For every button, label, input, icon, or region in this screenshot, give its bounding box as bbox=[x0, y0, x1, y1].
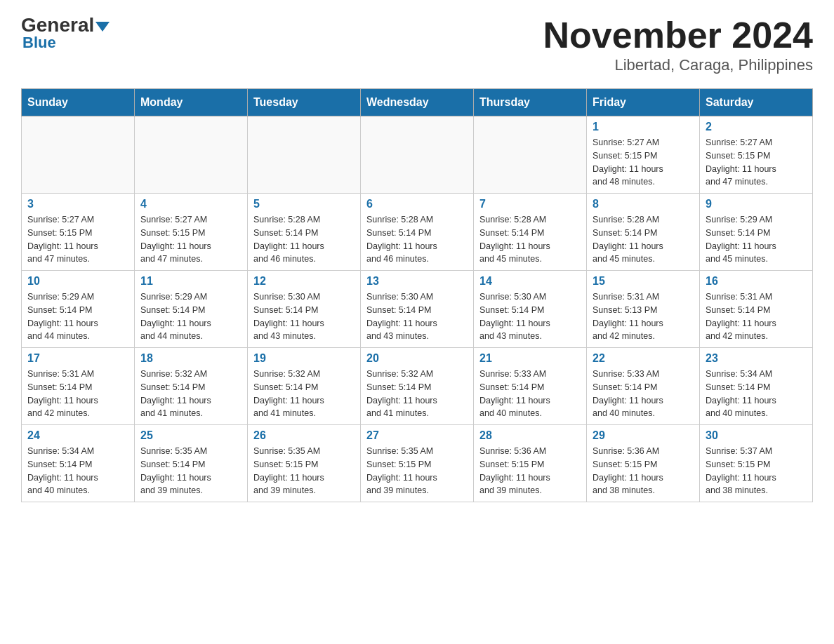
calendar-cell: 21Sunrise: 5:33 AMSunset: 5:14 PMDayligh… bbox=[474, 348, 587, 425]
day-number: 11 bbox=[140, 275, 241, 288]
day-number: 3 bbox=[27, 198, 128, 210]
day-info: Sunrise: 5:34 AMSunset: 5:14 PMDaylight:… bbox=[27, 445, 128, 497]
day-info: Sunrise: 5:35 AMSunset: 5:14 PMDaylight:… bbox=[140, 445, 241, 497]
calendar-cell: 19Sunrise: 5:32 AMSunset: 5:14 PMDayligh… bbox=[248, 348, 361, 425]
calendar-cell: 26Sunrise: 5:35 AMSunset: 5:15 PMDayligh… bbox=[248, 425, 361, 502]
calendar-cell: 22Sunrise: 5:33 AMSunset: 5:14 PMDayligh… bbox=[587, 348, 700, 425]
logo-arrow-icon bbox=[95, 22, 110, 32]
day-info: Sunrise: 5:37 AMSunset: 5:15 PMDaylight:… bbox=[706, 445, 807, 497]
day-info: Sunrise: 5:30 AMSunset: 5:14 PMDaylight:… bbox=[253, 290, 355, 343]
day-number: 7 bbox=[479, 198, 581, 210]
calendar-cell: 17Sunrise: 5:31 AMSunset: 5:14 PMDayligh… bbox=[22, 348, 135, 425]
calendar-cell: 28Sunrise: 5:36 AMSunset: 5:15 PMDayligh… bbox=[474, 425, 587, 502]
calendar-cell: 5Sunrise: 5:28 AMSunset: 5:14 PMDaylight… bbox=[248, 194, 361, 271]
header-monday: Monday bbox=[135, 89, 248, 116]
calendar-cell: 4Sunrise: 5:27 AMSunset: 5:15 PMDaylight… bbox=[135, 194, 248, 271]
day-info: Sunrise: 5:35 AMSunset: 5:15 PMDaylight:… bbox=[366, 445, 468, 497]
day-number: 10 bbox=[27, 275, 128, 288]
calendar-cell bbox=[135, 116, 248, 194]
day-number: 22 bbox=[593, 352, 694, 365]
day-info: Sunrise: 5:29 AMSunset: 5:14 PMDaylight:… bbox=[706, 213, 807, 266]
day-info: Sunrise: 5:27 AMSunset: 5:15 PMDaylight:… bbox=[706, 136, 807, 189]
calendar-cell: 12Sunrise: 5:30 AMSunset: 5:14 PMDayligh… bbox=[248, 271, 361, 348]
day-number: 1 bbox=[593, 121, 694, 133]
calendar-cell: 16Sunrise: 5:31 AMSunset: 5:14 PMDayligh… bbox=[700, 271, 813, 348]
day-number: 30 bbox=[706, 429, 807, 442]
calendar-cell: 18Sunrise: 5:32 AMSunset: 5:14 PMDayligh… bbox=[135, 348, 248, 425]
week-row-0: 1Sunrise: 5:27 AMSunset: 5:15 PMDaylight… bbox=[22, 116, 813, 194]
header-friday: Friday bbox=[587, 89, 700, 116]
calendar-cell: 20Sunrise: 5:32 AMSunset: 5:14 PMDayligh… bbox=[361, 348, 474, 425]
day-info: Sunrise: 5:28 AMSunset: 5:14 PMDaylight:… bbox=[593, 213, 694, 266]
day-info: Sunrise: 5:32 AMSunset: 5:14 PMDaylight:… bbox=[140, 368, 241, 420]
day-number: 29 bbox=[593, 429, 694, 442]
calendar-subtitle: Libertad, Caraga, Philippines bbox=[543, 56, 813, 74]
day-number: 20 bbox=[366, 352, 468, 365]
calendar-cell: 10Sunrise: 5:29 AMSunset: 5:14 PMDayligh… bbox=[22, 271, 135, 348]
calendar-cell: 13Sunrise: 5:30 AMSunset: 5:14 PMDayligh… bbox=[361, 271, 474, 348]
calendar-cell: 14Sunrise: 5:30 AMSunset: 5:14 PMDayligh… bbox=[474, 271, 587, 348]
logo-blue-text: Blue bbox=[22, 34, 56, 52]
day-info: Sunrise: 5:27 AMSunset: 5:15 PMDaylight:… bbox=[140, 213, 241, 266]
title-block: November 2024 Libertad, Caraga, Philippi… bbox=[543, 14, 813, 74]
week-row-1: 3Sunrise: 5:27 AMSunset: 5:15 PMDaylight… bbox=[22, 194, 813, 271]
week-row-3: 17Sunrise: 5:31 AMSunset: 5:14 PMDayligh… bbox=[22, 348, 813, 425]
day-info: Sunrise: 5:31 AMSunset: 5:13 PMDaylight:… bbox=[593, 290, 694, 343]
day-number: 16 bbox=[706, 275, 807, 288]
calendar-cell: 29Sunrise: 5:36 AMSunset: 5:15 PMDayligh… bbox=[587, 425, 700, 502]
day-number: 2 bbox=[706, 121, 807, 133]
day-info: Sunrise: 5:32 AMSunset: 5:14 PMDaylight:… bbox=[253, 368, 355, 420]
day-number: 28 bbox=[479, 429, 581, 442]
calendar-header-row: SundayMondayTuesdayWednesdayThursdayFrid… bbox=[22, 89, 813, 116]
calendar-cell bbox=[361, 116, 474, 194]
day-number: 13 bbox=[366, 275, 468, 288]
day-number: 14 bbox=[479, 275, 581, 288]
week-row-2: 10Sunrise: 5:29 AMSunset: 5:14 PMDayligh… bbox=[22, 271, 813, 348]
day-info: Sunrise: 5:31 AMSunset: 5:14 PMDaylight:… bbox=[706, 290, 807, 343]
calendar-cell: 8Sunrise: 5:28 AMSunset: 5:14 PMDaylight… bbox=[587, 194, 700, 271]
calendar-cell: 2Sunrise: 5:27 AMSunset: 5:15 PMDaylight… bbox=[700, 116, 813, 194]
day-number: 24 bbox=[27, 429, 128, 442]
day-info: Sunrise: 5:34 AMSunset: 5:14 PMDaylight:… bbox=[706, 368, 807, 420]
page-header: General Blue November 2024 Libertad, Car… bbox=[21, 14, 813, 74]
day-info: Sunrise: 5:36 AMSunset: 5:15 PMDaylight:… bbox=[593, 445, 694, 497]
day-number: 27 bbox=[366, 429, 468, 442]
day-number: 21 bbox=[479, 352, 581, 365]
calendar-cell: 27Sunrise: 5:35 AMSunset: 5:15 PMDayligh… bbox=[361, 425, 474, 502]
day-number: 9 bbox=[706, 198, 807, 210]
day-info: Sunrise: 5:36 AMSunset: 5:15 PMDaylight:… bbox=[479, 445, 581, 497]
day-number: 6 bbox=[366, 198, 468, 210]
calendar-table: SundayMondayTuesdayWednesdayThursdayFrid… bbox=[21, 88, 813, 502]
calendar-cell: 6Sunrise: 5:28 AMSunset: 5:14 PMDaylight… bbox=[361, 194, 474, 271]
day-info: Sunrise: 5:28 AMSunset: 5:14 PMDaylight:… bbox=[366, 213, 468, 266]
calendar-cell bbox=[22, 116, 135, 194]
header-saturday: Saturday bbox=[700, 89, 813, 116]
calendar-title: November 2024 bbox=[543, 14, 813, 56]
day-info: Sunrise: 5:27 AMSunset: 5:15 PMDaylight:… bbox=[27, 213, 128, 266]
day-info: Sunrise: 5:32 AMSunset: 5:14 PMDaylight:… bbox=[366, 368, 468, 420]
day-info: Sunrise: 5:28 AMSunset: 5:14 PMDaylight:… bbox=[479, 213, 581, 266]
logo: General Blue bbox=[21, 14, 110, 52]
calendar-cell: 23Sunrise: 5:34 AMSunset: 5:14 PMDayligh… bbox=[700, 348, 813, 425]
day-number: 26 bbox=[253, 429, 355, 442]
day-number: 23 bbox=[706, 352, 807, 365]
day-info: Sunrise: 5:33 AMSunset: 5:14 PMDaylight:… bbox=[479, 368, 581, 420]
calendar-cell: 3Sunrise: 5:27 AMSunset: 5:15 PMDaylight… bbox=[22, 194, 135, 271]
day-info: Sunrise: 5:33 AMSunset: 5:14 PMDaylight:… bbox=[593, 368, 694, 420]
day-info: Sunrise: 5:30 AMSunset: 5:14 PMDaylight:… bbox=[479, 290, 581, 343]
day-number: 17 bbox=[27, 352, 128, 365]
day-info: Sunrise: 5:35 AMSunset: 5:15 PMDaylight:… bbox=[253, 445, 355, 497]
week-row-4: 24Sunrise: 5:34 AMSunset: 5:14 PMDayligh… bbox=[22, 425, 813, 502]
calendar-cell: 11Sunrise: 5:29 AMSunset: 5:14 PMDayligh… bbox=[135, 271, 248, 348]
day-number: 18 bbox=[140, 352, 241, 365]
calendar-cell: 30Sunrise: 5:37 AMSunset: 5:15 PMDayligh… bbox=[700, 425, 813, 502]
day-number: 5 bbox=[253, 198, 355, 210]
day-number: 25 bbox=[140, 429, 241, 442]
header-wednesday: Wednesday bbox=[361, 89, 474, 116]
day-info: Sunrise: 5:31 AMSunset: 5:14 PMDaylight:… bbox=[27, 368, 128, 420]
header-tuesday: Tuesday bbox=[248, 89, 361, 116]
header-thursday: Thursday bbox=[474, 89, 587, 116]
day-number: 8 bbox=[593, 198, 694, 210]
calendar-cell: 9Sunrise: 5:29 AMSunset: 5:14 PMDaylight… bbox=[700, 194, 813, 271]
header-sunday: Sunday bbox=[22, 89, 135, 116]
